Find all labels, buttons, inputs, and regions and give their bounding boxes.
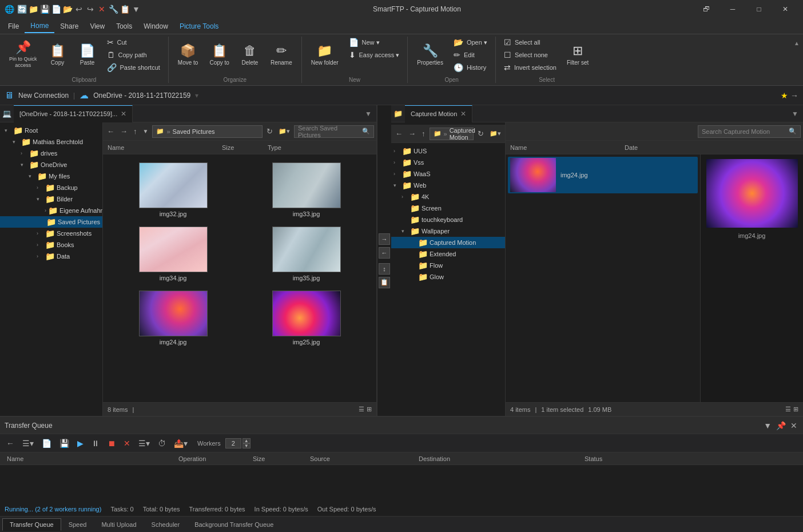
right-refresh-button[interactable]: ↻ <box>476 128 486 139</box>
tq-col-operation[interactable]: Operation <box>176 455 251 462</box>
left-address-bar[interactable]: 📁 » Saved Pictures <box>152 125 263 138</box>
transfer-left-button[interactable]: ← <box>379 247 390 259</box>
left-tree-item-drives[interactable]: ›📁drives <box>0 148 102 159</box>
left-file-item-img24-jpg[interactable]: img24.jpg <box>108 287 238 349</box>
sync1-button[interactable]: ↕ <box>379 263 390 275</box>
right-tree-item-screen[interactable]: 📁Screen <box>391 203 505 214</box>
left-tab-close[interactable]: ✕ <box>121 110 126 118</box>
right-tree-item-captured-motion[interactable]: 📁Captured Motion <box>391 237 505 248</box>
quick-icon-4[interactable]: 📄 <box>51 5 61 14</box>
right-folder-btn[interactable]: 📁▾ <box>488 129 503 138</box>
connection-address[interactable]: OneDrive - 2018-11-21T022159 <box>93 92 190 100</box>
rename-button[interactable]: ✏ Rename <box>266 37 297 72</box>
left-back-button[interactable]: ← <box>105 126 116 137</box>
tq-close-button[interactable]: ✕ <box>789 420 798 431</box>
tq-back-button[interactable]: ← <box>3 437 17 450</box>
left-up-button[interactable]: ↑ <box>132 126 139 137</box>
left-tree-item-bilder[interactable]: ▾📁Bilder <box>0 193 102 205</box>
open-button[interactable]: 📂 Open ▾ <box>450 37 491 48</box>
delete-button[interactable]: 🗑 Delete <box>236 37 264 72</box>
quick-icon-3[interactable]: 💾 <box>40 5 49 14</box>
workers-input[interactable] <box>225 438 241 448</box>
tq-col-source[interactable]: Source <box>308 455 416 462</box>
tab-background-transfer[interactable]: Background Transfer Queue <box>187 518 281 531</box>
left-file-item-img35-jpg[interactable]: img35.jpg <box>241 223 372 285</box>
col-name-header[interactable]: Name <box>108 144 222 151</box>
invert-selection-button[interactable]: ⇄ Invert selection <box>500 62 560 73</box>
workers-up[interactable]: ▲ <box>243 438 251 443</box>
filter-set-button[interactable]: ⊞ Filter set <box>562 37 593 72</box>
tq-pause-button[interactable]: ⏸ <box>89 437 102 450</box>
right-tree-item-flow[interactable]: 📁Flow <box>391 260 505 271</box>
menu-home[interactable]: Home <box>25 19 54 33</box>
left-tree-item-root[interactable]: ▾📁Root <box>0 125 102 136</box>
left-search-bar[interactable]: Search Saved Pictures 🔍 <box>294 125 374 138</box>
right-tree-item-web[interactable]: ▾📁Web <box>391 180 505 191</box>
tq-schedule-list-button[interactable]: ☰▾ <box>136 437 153 450</box>
quick-icon-1[interactable]: 🔄 <box>17 5 26 14</box>
paste-button[interactable]: 📄 Paste <box>74 37 101 72</box>
left-tree-item-data[interactable]: ›📁Data <box>0 251 102 262</box>
sync2-button[interactable]: 📋 <box>379 277 390 288</box>
right-tab-close[interactable]: ✕ <box>460 110 466 118</box>
right-tree-item-wallpaper[interactable]: ▾📁Wallpaper <box>391 225 505 237</box>
left-tree-item-books[interactable]: ›📁Books <box>0 239 102 251</box>
quick-icon-2[interactable]: 📁 <box>29 5 38 14</box>
nav-forward-button[interactable]: → <box>790 91 798 100</box>
quick-icon-settings[interactable]: 🔧 <box>109 5 118 14</box>
left-refresh-button[interactable]: ↻ <box>265 126 275 137</box>
right-tree-item-touchkeyboard[interactable]: 📁touchkeyboard <box>391 214 505 225</box>
left-file-item-img33-jpg[interactable]: img33.jpg <box>241 159 372 221</box>
copy-path-button[interactable]: 🗒 Copy path <box>104 49 164 61</box>
quick-icon-cancel[interactable]: ✕ <box>97 5 106 14</box>
tq-pin-button[interactable]: 📌 <box>775 420 787 431</box>
right-tree-item-waas[interactable]: ›📁WaaS <box>391 168 505 180</box>
maximize-button[interactable]: □ <box>746 0 772 18</box>
left-tree-item-screenshots[interactable]: ›📁Screenshots <box>0 228 102 239</box>
select-none-button[interactable]: ☐ Select none <box>500 49 560 61</box>
menu-tools[interactable]: Tools <box>110 20 138 33</box>
menu-file[interactable]: File <box>2 20 25 33</box>
right-tree-item-glow[interactable]: 📁Glow <box>391 271 505 283</box>
right-tree-item-uus[interactable]: ›📁UUS <box>391 145 505 157</box>
left-folder-btn[interactable]: 📁▾ <box>277 126 292 136</box>
restore-button[interactable]: 🗗 <box>693 0 719 18</box>
ribbon-collapse-button[interactable]: ▲ <box>793 39 801 47</box>
left-view-grid-btn[interactable]: ⊞ <box>367 406 372 413</box>
cut-button[interactable]: ✂ Cut <box>104 37 164 48</box>
right-up-button[interactable]: ↑ <box>420 128 427 139</box>
left-tree-item-mathias-berchtold[interactable]: ▾📁Mathias Berchtold <box>0 136 102 148</box>
quick-icon-cmd[interactable]: 📋 <box>120 5 129 14</box>
right-tree-item-extended[interactable]: 📁Extended <box>391 248 505 260</box>
tab-scheduler[interactable]: Scheduler <box>144 518 188 531</box>
left-search-icon[interactable]: 🔍 <box>362 128 370 135</box>
tq-col-size[interactable]: Size <box>251 455 308 462</box>
tq-schedule-button[interactable]: ⏱ <box>155 437 169 450</box>
right-tree-item-4k[interactable]: ›📁4K <box>391 191 505 203</box>
tq-col-name[interactable]: Name <box>5 455 176 462</box>
left-tree-item-onedrive[interactable]: ▾📁OneDrive <box>0 159 102 170</box>
edit-button[interactable]: ✏ Edit <box>450 49 491 61</box>
left-tree-item-backup[interactable]: ›📁Backup <box>0 182 102 193</box>
quick-icon-redo[interactable]: ↪ <box>86 5 95 14</box>
quick-icon-undo[interactable]: ↩ <box>74 5 84 14</box>
copy-to-button[interactable]: 📋 Copy to <box>205 37 233 72</box>
left-file-item-img25-jpg[interactable]: img25.jpg <box>241 287 372 349</box>
tq-move-files-button[interactable]: 📤▾ <box>171 437 190 450</box>
right-search-icon[interactable]: 🔍 <box>789 128 797 135</box>
left-forward-button[interactable]: → <box>118 126 129 137</box>
new-connection-label[interactable]: New Connection <box>18 92 69 100</box>
right-col-date[interactable]: Date <box>625 144 798 151</box>
tq-add-files-button[interactable]: 📄 <box>39 437 54 450</box>
addr-chevron[interactable]: ▾ <box>195 92 198 100</box>
right-view-grid-btn[interactable]: ⊞ <box>793 406 798 413</box>
minimize-button[interactable]: ─ <box>719 0 746 18</box>
tq-minimize-button[interactable]: ▼ <box>762 420 773 431</box>
tab-transfer-queue[interactable]: Transfer Queue <box>2 518 61 531</box>
right-forward-button[interactable]: → <box>407 128 418 139</box>
tq-cancel-button[interactable]: ✕ <box>121 437 133 450</box>
new-folder-button[interactable]: 📁 New folder <box>307 37 343 72</box>
move-to-button[interactable]: 📦 Move to <box>173 37 203 72</box>
star-button[interactable]: ★ <box>781 91 788 100</box>
menu-picture-tools[interactable]: Picture Tools <box>174 20 224 33</box>
